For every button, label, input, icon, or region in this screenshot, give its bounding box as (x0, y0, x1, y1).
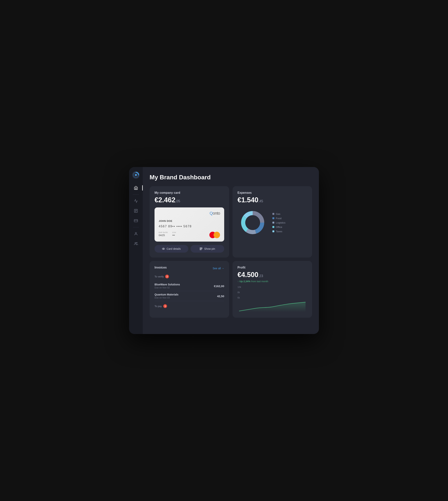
eye-icon (162, 247, 165, 250)
legend-item-logistics: Logistics (272, 221, 286, 224)
pin-icon (200, 247, 203, 250)
app-logo (132, 171, 140, 179)
mastercard-orange-circle (214, 232, 220, 238)
profit-chart-labels: 10k 8k 6k (238, 286, 307, 299)
invoice-bluewave-amount: €162,00 (214, 284, 224, 288)
svg-point-9 (135, 243, 136, 244)
qonto-logo: Qonto (209, 211, 220, 216)
legend-item-food: Food (272, 217, 286, 220)
dashboard-grid: My company card €2.462,05 Qonto JOHN DOE… (150, 186, 312, 318)
company-card-amount: €2.462,05 (155, 196, 224, 204)
mastercard-logo (209, 232, 220, 238)
svg-rect-13 (200, 248, 200, 248)
svg-rect-20 (201, 249, 201, 250)
legend-dot-logistics (272, 222, 274, 223)
device-frame: My Brand Dashboard My company card €2.46… (129, 167, 319, 334)
to-pay-badge: 1 (163, 304, 167, 308)
profit-amount: €4.500,23 (238, 271, 307, 279)
svg-point-11 (162, 248, 165, 250)
invoices-header: Invoices See all → (155, 266, 224, 271)
profit-title: Profit (238, 266, 307, 269)
invoices-to-verify-label: To verify 2 (155, 275, 224, 278)
invoice-quantum-due: Due on Nov 03 (155, 297, 178, 299)
card-expiry-field: EXP DATE 04/25 (159, 232, 168, 237)
company-card-widget: My company card €2.462,05 Qonto JOHN DOE… (150, 186, 229, 258)
profit-chart-label-6k: 6k (238, 297, 307, 299)
invoice-quantum-amount: 42,50 (217, 295, 224, 298)
svg-rect-17 (201, 249, 201, 249)
profit-widget: Profit €4.500,23 ↑ Up 2,34% from last mo… (233, 261, 312, 318)
card-expiry-value: 04/25 (159, 234, 168, 237)
expenses-title: Expenses (238, 191, 307, 194)
svg-point-8 (135, 233, 136, 234)
legend-item-taxes: Taxes (272, 230, 286, 233)
invoice-bluewave[interactable]: BlueWave Solutions Due on Nov 02 €162,00 (155, 281, 224, 291)
profit-chart-label-8k: 8k (238, 291, 307, 294)
sidebar (129, 167, 143, 334)
credit-card: Qonto JOHN DOE 4567 89•• •••• 5678 EXP D… (155, 207, 224, 242)
sidebar-item-accounts[interactable] (132, 230, 140, 238)
legend-item-office: Office (272, 226, 286, 229)
svg-rect-14 (201, 248, 201, 248)
invoice-quantum-name: Quantum Materials (155, 293, 178, 296)
card-cvv-field: CVV ••• (172, 232, 176, 237)
card-details-button[interactable]: Card details (155, 245, 188, 252)
page-title: My Brand Dashboard (150, 174, 312, 181)
legend-dot-food (272, 217, 274, 219)
svg-rect-16 (200, 249, 200, 249)
arrow-icon: → (222, 267, 224, 270)
invoice-bluewave-due: Due on Nov 02 (155, 286, 180, 289)
analytics-icon (134, 199, 138, 203)
expenses-legend: Gas Food Logistics Office (272, 213, 286, 233)
company-card-title: My company card (155, 191, 224, 194)
svg-point-10 (136, 242, 137, 243)
legend-dot-office (272, 226, 274, 228)
invoice-quantum[interactable]: Quantum Materials Due on Nov 03 42,50 (155, 291, 224, 301)
invoices-widget: Invoices See all → To verify 2 BlueWave … (150, 261, 229, 318)
svg-rect-18 (202, 249, 202, 249)
home-icon (134, 186, 138, 190)
svg-rect-15 (202, 248, 202, 248)
invoice-bluewave-name: BlueWave Solutions (155, 283, 180, 286)
sidebar-item-home[interactable] (132, 184, 140, 192)
profit-change: ↑ Up 2,34% from last month (238, 280, 307, 283)
expenses-donut-chart (238, 207, 268, 238)
donut-container: Gas Food Logistics Office (238, 207, 307, 238)
to-verify-badge: 2 (165, 275, 169, 278)
card-details-label: Card details (166, 247, 181, 250)
accounts-icon (134, 232, 138, 236)
card-holder-name: JOHN DOE (159, 219, 220, 222)
documents-icon (134, 209, 138, 213)
invoices-title: Invoices (155, 266, 167, 269)
invoices-to-pay-label: To pay 1 (155, 304, 224, 308)
profit-chart (238, 301, 307, 312)
legend-item-gas: Gas (272, 213, 286, 215)
svg-rect-19 (200, 249, 200, 250)
main-content: My Brand Dashboard My company card €2.46… (143, 167, 319, 334)
sidebar-item-analytics[interactable] (132, 197, 140, 205)
show-pin-button[interactable]: Show pin (191, 245, 224, 252)
card-cvv-label: CVV (172, 232, 176, 234)
expenses-amount: €1.540,45 (238, 196, 307, 204)
svg-rect-6 (134, 219, 138, 222)
svg-point-27 (245, 215, 260, 230)
profit-chart-label-10k: 10k (238, 286, 307, 288)
sidebar-item-documents[interactable] (132, 207, 140, 215)
up-arrow-icon: ↑ (238, 280, 239, 283)
team-icon (134, 242, 138, 246)
cards-icon (134, 219, 138, 223)
sidebar-item-team[interactable] (132, 239, 140, 248)
card-cvv-value: ••• (172, 234, 176, 237)
expenses-widget: Expenses €1.540,45 (233, 186, 312, 258)
card-actions: Card details Show pi (155, 245, 224, 252)
show-pin-label: Show pin (204, 247, 215, 250)
invoices-see-all[interactable]: See all → (213, 267, 224, 270)
card-expiry-label: EXP DATE (159, 232, 168, 234)
svg-point-12 (163, 249, 164, 249)
sidebar-divider-2 (133, 227, 139, 227)
legend-dot-taxes (272, 230, 274, 232)
svg-point-1 (135, 174, 137, 176)
card-number: 4567 89•• •••• 5678 (159, 225, 220, 228)
sidebar-item-cards[interactable] (132, 217, 140, 225)
legend-dot-gas (272, 213, 274, 215)
